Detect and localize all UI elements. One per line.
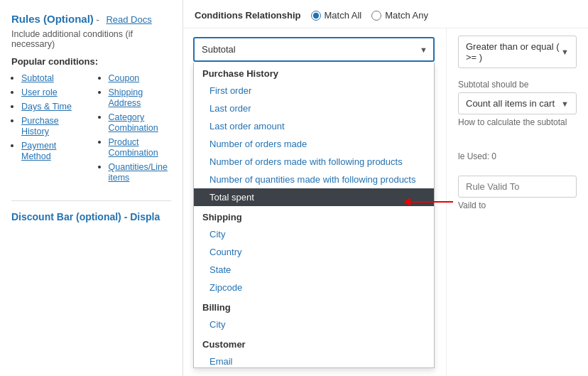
- days-time-link[interactable]: Days & Time: [21, 102, 72, 112]
- dropdown-item-first-order[interactable]: First order: [194, 82, 434, 100]
- rule-valid-to-input[interactable]: [458, 176, 577, 198]
- match-all-label: Match All: [325, 10, 362, 21]
- read-docs-link[interactable]: Read Docs: [106, 14, 151, 25]
- dropdown-item-quantities-following-products[interactable]: Number of quantities made with following…: [194, 171, 434, 188]
- rule-valid-group: Vaild to: [458, 176, 577, 213]
- match-any-option[interactable]: Match Any: [371, 10, 428, 21]
- subtotal-chevron-icon: ▼: [561, 100, 569, 108]
- operator-group: Greater than or equal ( >= ) ▼: [458, 36, 577, 68]
- content-area: Subtotal ▼ Purchase History First order …: [183, 28, 588, 376]
- shipping-group-label: Shipping: [194, 206, 434, 225]
- discount-bar-title: Discount Bar (optional) - Displa: [11, 211, 160, 222]
- list-item[interactable]: Category Combination: [109, 112, 172, 133]
- subtotal-value-select[interactable]: Count all items in cart ▼: [458, 92, 577, 114]
- match-any-radio[interactable]: [371, 11, 381, 21]
- dropdown-item-customer-email[interactable]: Email: [194, 353, 434, 368]
- dropdown-section: Subtotal ▼ Purchase History First order …: [183, 28, 446, 376]
- product-combination-link[interactable]: Product Combination: [109, 137, 158, 158]
- discount-bar-section: Discount Bar (optional) - Displa: [11, 200, 171, 222]
- popular-conditions-label: Popular conditions:: [11, 56, 171, 67]
- match-all-option[interactable]: Match All: [311, 10, 362, 21]
- customer-group-label: Customer: [194, 333, 434, 353]
- match-all-radio[interactable]: [311, 11, 321, 21]
- sidebar-col-2: Coupon Shipping Address Category Combina…: [99, 72, 172, 186]
- dropdown-item-shipping-country[interactable]: Country: [194, 243, 434, 261]
- dropdown-item-last-order-amount[interactable]: Last order amount: [194, 117, 434, 135]
- purchase-history-link[interactable]: Purchase History: [21, 116, 59, 136]
- subtotal-select[interactable]: Subtotal: [193, 37, 435, 62]
- subtotal-link[interactable]: Subtotal: [21, 73, 54, 83]
- payment-method-link[interactable]: Payment Method: [21, 141, 56, 161]
- dropdown-item-shipping-city[interactable]: City: [194, 225, 434, 243]
- subtotal-should-be-label: Subtotal should be: [458, 80, 577, 90]
- list-item[interactable]: Shipping Address: [109, 87, 172, 108]
- dropdown-item-last-order[interactable]: Last order: [194, 100, 434, 117]
- selected-value: Subtotal: [202, 44, 236, 55]
- subtotal-value-text: Count all items in cart: [466, 98, 555, 109]
- how-to-calculate-label: How to calculate the subtotal: [458, 117, 577, 127]
- dropdown-item-shipping-zipcode[interactable]: Zipcode: [194, 279, 434, 296]
- billing-group-label: Billing: [194, 296, 434, 316]
- conditions-relationship-label: Conditions Relationship: [195, 10, 301, 21]
- operator-chevron-icon: ▼: [561, 48, 569, 56]
- subtotal-should-be-group: Subtotal should be Count all items in ca…: [458, 80, 577, 130]
- list-item[interactable]: Payment Method: [21, 140, 85, 161]
- dropdown-item-billing-city[interactable]: City: [194, 316, 434, 333]
- select-box-wrapper: Subtotal ▼: [193, 37, 435, 62]
- operator-select[interactable]: Greater than or equal ( >= ) ▼: [458, 36, 577, 68]
- sidebar: Rules (Optional) - Read Docs Include add…: [0, 0, 183, 376]
- list-item[interactable]: Subtotal: [21, 72, 85, 83]
- list-item[interactable]: Purchase History: [21, 115, 85, 136]
- match-any-label: Match Any: [385, 10, 428, 21]
- shipping-address-link[interactable]: Shipping Address: [109, 87, 143, 108]
- dropdown-item-number-orders[interactable]: Number of orders made: [194, 135, 434, 153]
- user-role-link[interactable]: User role: [21, 87, 58, 97]
- coupon-link[interactable]: Coupon: [109, 73, 140, 83]
- dropdown-item-orders-following-products[interactable]: Number of orders made with following pro…: [194, 153, 434, 171]
- arrow-line: [410, 201, 453, 203]
- quantities-line-items-link[interactable]: Quantities/Line items: [109, 162, 168, 183]
- list-item[interactable]: Days & Time: [21, 101, 85, 112]
- list-item[interactable]: Quantities/Line items: [109, 161, 172, 183]
- dropdown-item-shipping-state[interactable]: State: [194, 261, 434, 279]
- dropdown-item-total-spent[interactable]: Total spent: [194, 188, 434, 206]
- arrow-annotation: [404, 198, 453, 206]
- radio-group: Match All Match Any: [311, 10, 428, 21]
- category-combination-link[interactable]: Category Combination: [109, 112, 158, 133]
- arrow-head-icon: [403, 198, 410, 206]
- list-item[interactable]: Product Combination: [109, 136, 172, 158]
- valid-to-label: Vaild to: [458, 200, 577, 210]
- right-panel: Greater than or equal ( >= ) ▼ Subtotal …: [446, 28, 588, 376]
- rule-used-text: le Used: 0: [458, 151, 577, 161]
- sidebar-subtitle: Include additional conditions (if necess…: [11, 29, 171, 49]
- operator-label: Greater than or equal ( >= ): [466, 41, 561, 63]
- sidebar-col-1: Subtotal User role Days & Time Purchase …: [11, 72, 85, 186]
- conditions-bar: Conditions Relationship Match All Match …: [183, 0, 588, 28]
- dropdown-menu[interactable]: Purchase History First order Last order …: [193, 63, 435, 368]
- sidebar-title: Rules (Optional): [11, 13, 94, 25]
- list-item[interactable]: User role: [21, 87, 85, 97]
- list-item[interactable]: Coupon: [109, 72, 172, 83]
- main-content: Conditions Relationship Match All Match …: [183, 0, 588, 376]
- purchase-history-group-label: Purchase History: [194, 63, 434, 82]
